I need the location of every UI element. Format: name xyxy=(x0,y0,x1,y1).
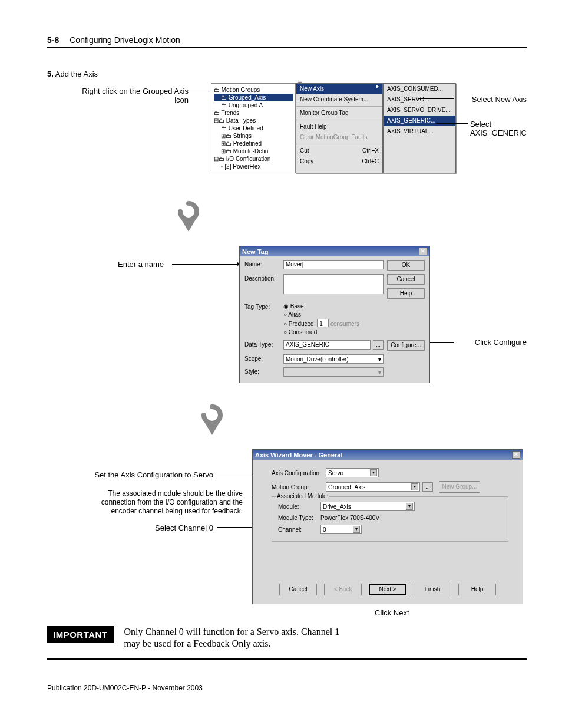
associated-module-legend: Associated Module: xyxy=(276,493,329,499)
wizard-title: Axis Wizard Mover - General xyxy=(255,452,342,459)
ok-button[interactable]: OK xyxy=(387,260,425,271)
submenu-axis-consumed[interactable]: AXIS_CONSUMED... xyxy=(384,84,455,94)
tree-grouped-axis[interactable]: 🗀 Grouped_Axis xyxy=(214,94,293,101)
figure-2: Enter a name Click Configure New Tag ✕ N… xyxy=(47,246,527,393)
annotation-click-next: Click Next xyxy=(375,608,409,617)
important-tag: IMPORTANT xyxy=(47,626,114,643)
annotation-servo: Set the Axis Configuration to Servo xyxy=(54,470,213,479)
tag-type-label: Tag Type: xyxy=(244,302,280,310)
cancel-button[interactable]: Cancel xyxy=(387,274,425,285)
menu-fault-help[interactable]: Fault Help xyxy=(296,121,382,132)
close-icon[interactable]: ✕ xyxy=(512,451,520,459)
wizard-titlebar: Axis Wizard Mover - General ✕ xyxy=(253,450,523,460)
wizard-cancel-button[interactable]: Cancel xyxy=(279,584,317,595)
radio-produced[interactable]: ○ Produced 1 consumers xyxy=(283,319,384,328)
wizard-finish-button[interactable]: Finish xyxy=(414,584,451,595)
axis-config-label: Axis Configuration: xyxy=(272,470,326,476)
tree-powerflex[interactable]: ▫ [2] PowerFlex xyxy=(214,163,293,170)
module-select[interactable]: Drive_Axis▾ xyxy=(320,502,415,511)
new-group-button: New Group... xyxy=(439,481,480,493)
configure-button[interactable]: Configure... xyxy=(387,340,425,351)
motion-group-select[interactable]: Grouped_Axis▾ xyxy=(326,482,420,492)
submenu-axis-servo[interactable]: AXIS_SERVO... xyxy=(384,94,455,105)
annotation-associated-module: The associated module should be the driv… xyxy=(54,489,243,516)
module-type-label: Module Type: xyxy=(278,515,320,521)
figure-3: Set the Axis Configuration to Servo The … xyxy=(47,449,527,614)
tree-ungrouped[interactable]: 🗀 Ungrouped A xyxy=(214,101,293,109)
tree-motion-groups[interactable]: 🗀 Motion Groups xyxy=(214,86,293,94)
channel-select[interactable]: 0▾ xyxy=(320,525,362,534)
tag-type-radios[interactable]: ◉ BBasease ○ Alias ○ Produced 1 consumer… xyxy=(283,302,384,337)
annotation-select-axis-generic: SelectAXIS_GENERIC xyxy=(470,120,527,137)
wizard-back-button: < Back xyxy=(324,584,362,595)
radio-base[interactable]: ◉ BBasease xyxy=(283,302,384,311)
tree-strings[interactable]: ⊞🗀 Strings xyxy=(214,132,293,140)
data-type-input[interactable]: AXIS_GENERIC xyxy=(283,340,371,350)
tree-trends[interactable]: 🗀 Trends xyxy=(214,109,293,117)
name-input[interactable]: Mover| xyxy=(283,260,384,269)
scope-label: Scope: xyxy=(244,354,280,362)
tree-module-defined[interactable]: ⊞🗀 Module-Defin xyxy=(214,147,293,155)
close-icon[interactable]: ✕ xyxy=(419,248,427,255)
figure-1: Right click on the Grouped Axis icon 🗀 M… xyxy=(47,87,527,193)
associated-module-group: Associated Module: Module: Drive_Axis▾ M… xyxy=(272,496,508,542)
tree-io-config[interactable]: ⊟🗀 I/O Configuration xyxy=(214,155,293,163)
dialog-title: New Tag xyxy=(242,248,268,255)
dialog-titlebar: New Tag ✕ xyxy=(240,246,429,256)
annotation-right-click: Right click on the Grouped Axis icon xyxy=(71,87,189,104)
axis-config-select[interactable]: Servo▾ xyxy=(326,468,379,477)
menu-clear-faults: Clear MotionGroup Faults xyxy=(296,132,382,143)
style-select: ▾ xyxy=(283,367,384,377)
motion-group-label: Motion Group: xyxy=(272,484,326,490)
submenu-axis-generic[interactable]: AXIS_GENERIC... xyxy=(384,116,455,126)
module-type-value: PowerFlex 700S-400V xyxy=(320,515,379,521)
wizard-next-button[interactable]: Next > xyxy=(369,584,406,595)
new-axis-submenu[interactable]: AXIS_CONSUMED... AXIS_SERVO... AXIS_SERV… xyxy=(383,83,456,173)
style-label: Style: xyxy=(244,367,280,375)
scope-select[interactable]: Motion_Drive(controller)▾ xyxy=(283,354,384,364)
page-header: 5-8 Configuring DriveLogix Motion xyxy=(47,35,527,48)
menu-new-coord-system[interactable]: New Coordinate System... xyxy=(296,94,382,105)
motion-group-browse[interactable]: ... xyxy=(422,482,433,492)
new-tag-dialog: New Tag ✕ Name: Mover| OK Description: C… xyxy=(239,246,430,383)
menu-cut[interactable]: CutCtrl+X xyxy=(296,146,382,156)
flow-arrow-1 xyxy=(171,199,206,234)
name-label: Name: xyxy=(244,260,280,268)
page-number: 5-8 xyxy=(47,35,59,45)
menu-copy[interactable]: CopyCtrl+C xyxy=(296,156,382,167)
submenu-axis-virtual[interactable]: AXIS_VIRTUAL... xyxy=(384,126,455,137)
annotation-select-new-axis: Select New Axis xyxy=(472,95,527,104)
radio-alias[interactable]: ○ Alias xyxy=(283,311,384,319)
wizard-help-button[interactable]: Help xyxy=(458,584,496,595)
important-note: IMPORTANT Only Channel 0 will function f… xyxy=(47,626,527,660)
publication-footer: Publication 20D-UM002C-EN-P - November 2… xyxy=(47,684,527,692)
important-text: Only Channel 0 will function for a Servo… xyxy=(124,626,348,650)
description-input[interactable] xyxy=(283,274,384,294)
annotation-enter-name: Enter a name xyxy=(118,260,164,269)
annotation-click-configure: Click Configure xyxy=(475,338,527,347)
data-type-label: Data Type: xyxy=(244,340,280,348)
tree-predefined[interactable]: ⊞🗀 Predefined xyxy=(214,140,293,147)
description-label: Description: xyxy=(244,274,280,282)
data-type-browse-button[interactable]: ... xyxy=(373,340,384,350)
project-tree[interactable]: 🗀 Motion Groups 🗀 Grouped_Axis 🗀 Ungroup… xyxy=(211,83,296,173)
tree-data-types[interactable]: ⊟🗀 Data Types xyxy=(214,117,293,124)
tree-user-defined[interactable]: 🗀 User-Defined xyxy=(214,124,293,132)
chapter-title: Configuring DriveLogix Motion xyxy=(70,35,180,45)
submenu-axis-servo-drive[interactable]: AXIS_SERVO_DRIVE... xyxy=(384,105,455,116)
menu-monitor-group-tag[interactable]: Monitor Group Tag xyxy=(296,108,382,118)
module-label: Module: xyxy=(278,503,320,510)
context-menu[interactable]: New Axis New Coordinate System... Monito… xyxy=(296,83,383,173)
radio-consumed[interactable]: ○ Consumed xyxy=(283,328,384,337)
annotation-channel-0: Select Channel 0 xyxy=(54,523,213,532)
help-button[interactable]: Help xyxy=(387,288,425,299)
menu-new-axis[interactable]: New Axis xyxy=(296,84,382,94)
flow-arrow-2 xyxy=(194,402,230,437)
channel-label: Channel: xyxy=(278,526,320,533)
axis-wizard-dialog: Axis Wizard Mover - General ✕ Axis Confi… xyxy=(252,449,523,604)
step-5: 5. Add the Axis xyxy=(47,70,527,78)
